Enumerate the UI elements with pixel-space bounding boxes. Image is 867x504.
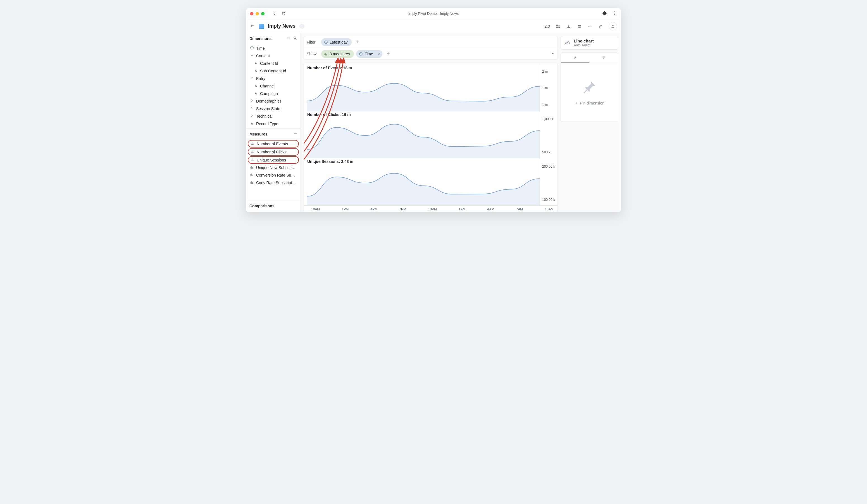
- dimension-label: Demographics: [256, 99, 281, 103]
- measure-label: Unique Sessions: [257, 158, 286, 162]
- measure-icon: [250, 141, 255, 146]
- dimensions-label: Dimensions: [249, 36, 271, 41]
- dimension-item[interactable]: Record Type: [248, 120, 299, 127]
- measure-item[interactable]: Number of Clicks: [248, 149, 298, 155]
- chart-row[interactable]: Unique Sessions: 2.48 m: [307, 159, 540, 205]
- app-back-icon[interactable]: [250, 23, 255, 29]
- measure-item[interactable]: Conversion Rate Subs…: [248, 171, 299, 179]
- pin-tab-pins[interactable]: [561, 53, 589, 63]
- chev-down-icon: [250, 53, 254, 58]
- show-row: Show 3 measures Time ✕ +: [304, 48, 557, 60]
- dimension-label: Technical: [256, 114, 272, 118]
- user-avatar[interactable]: [609, 22, 617, 31]
- pin-add-label: Pin dimension: [580, 101, 604, 105]
- dimension-item[interactable]: Campaign: [248, 90, 299, 97]
- dimension-item[interactable]: Session State: [248, 105, 299, 112]
- traffic-lights: [250, 12, 265, 15]
- measure-item[interactable]: Number of Events: [248, 140, 298, 147]
- svg-point-18: [295, 133, 296, 134]
- measure-icon: [250, 165, 254, 170]
- clock-icon: [324, 40, 328, 44]
- x-tick: 4PM: [371, 207, 377, 211]
- measure-item[interactable]: Conv Rate Subscriptio…: [248, 179, 299, 186]
- dimensions-header: Dimensions: [246, 33, 301, 43]
- dimension-item[interactable]: Channel: [248, 82, 299, 90]
- window-minimize-icon[interactable]: [256, 12, 259, 15]
- chart-title: Unique Sessions: 2.48 m: [307, 159, 353, 164]
- chart-row[interactable]: Number of Events: 18 m: [307, 65, 540, 112]
- x-tick: 1PM: [342, 207, 349, 211]
- filter-row: Filter Latest day +: [304, 36, 557, 48]
- show-split-chip[interactable]: Time ✕: [356, 50, 382, 58]
- y-axis-column: 2 m1 m1 m1,000 k500 k200.00 k100.00 k: [540, 63, 557, 205]
- dimension-item[interactable]: Time: [248, 44, 299, 52]
- measure-label: Number of Events: [257, 142, 288, 146]
- view-toggle-icon[interactable]: [577, 24, 582, 29]
- browser-reload-icon[interactable]: [281, 11, 286, 16]
- dimension-label: Entry: [256, 76, 265, 81]
- add-filter-icon[interactable]: +: [354, 38, 362, 46]
- A-icon: [254, 84, 258, 88]
- y-tick: 500 k: [542, 150, 550, 154]
- measure-icon: [250, 158, 255, 162]
- measure-icon: [250, 180, 254, 185]
- dimension-item[interactable]: Content Id: [248, 60, 299, 67]
- dimensions-list: Time Content Content Id Sub Content Id E…: [246, 43, 301, 129]
- y-tick: 100.00 k: [542, 198, 555, 202]
- window-maximize-icon[interactable]: [261, 12, 265, 15]
- main-area: Filter Latest day + Show 3 measures: [301, 33, 621, 212]
- info-icon[interactable]: i: [299, 24, 304, 29]
- more-icon[interactable]: [587, 24, 592, 29]
- line-chart-icon: [564, 40, 571, 46]
- collapse-controls-icon[interactable]: [551, 51, 555, 56]
- right-column: Line chart Auto select: [560, 36, 618, 209]
- measure-icon: [324, 52, 328, 56]
- svg-rect-3: [556, 24, 558, 26]
- browser-back-icon[interactable]: [272, 11, 277, 16]
- pin-icon: [573, 56, 577, 60]
- area-chart: [307, 112, 540, 158]
- measure-icon: [250, 173, 254, 178]
- extensions-icon[interactable]: [602, 11, 607, 16]
- svg-rect-4: [556, 26, 558, 28]
- window-close-icon[interactable]: [250, 12, 253, 15]
- show-measures-chip[interactable]: 3 measures: [321, 50, 354, 58]
- sidebar: Dimensions Time Content Content Id: [246, 33, 301, 212]
- edit-icon[interactable]: [598, 24, 603, 29]
- pin-tab-other[interactable]: [589, 53, 618, 63]
- dimension-label: Content: [256, 54, 270, 58]
- add-split-icon[interactable]: +: [385, 50, 392, 58]
- browser-menu-icon[interactable]: [612, 11, 617, 16]
- pin-add-dimension[interactable]: ＋ Pin dimension: [574, 100, 604, 106]
- dimension-item[interactable]: Technical: [248, 112, 299, 120]
- dimensions-search-icon[interactable]: [293, 36, 297, 41]
- remove-split-icon[interactable]: ✕: [378, 52, 381, 56]
- download-icon[interactable]: [566, 24, 571, 29]
- dimension-item[interactable]: Demographics: [248, 97, 299, 105]
- filter-chip-time[interactable]: Latest day: [321, 38, 352, 46]
- dimension-item[interactable]: Sub Content Id: [248, 67, 299, 75]
- dimension-item[interactable]: Content: [248, 52, 299, 60]
- measure-item[interactable]: Unique Sessions: [248, 157, 298, 163]
- chart-row[interactable]: Number of Clicks: 16 m: [307, 112, 540, 158]
- y-tick: 1 m: [542, 86, 548, 90]
- svg-point-15: [294, 36, 296, 39]
- controls-card: Filter Latest day + Show 3 measures: [303, 36, 558, 60]
- svg-point-19: [296, 133, 296, 134]
- chart-type-selector[interactable]: Line chart Auto select: [560, 36, 618, 50]
- svg-point-8: [589, 26, 589, 26]
- filter-chip-label: Latest day: [330, 40, 348, 44]
- app-window: Imply Pivot Demo - Imply News Imply News…: [246, 8, 621, 212]
- pin-empty-icon: [581, 79, 597, 96]
- comparisons-header[interactable]: Comparisons: [246, 200, 301, 212]
- measure-item[interactable]: Unique New Subscript…: [248, 164, 299, 171]
- dimensions-more-icon[interactable]: [287, 36, 290, 41]
- area-chart: [307, 65, 540, 111]
- browser-page-title: Imply Pivot Demo - Imply News: [246, 11, 621, 15]
- y-tick: 1 m: [542, 103, 548, 107]
- filter-label: Filter: [307, 40, 319, 44]
- clock-icon: [359, 52, 363, 56]
- add-panel-icon[interactable]: [556, 24, 560, 29]
- dimension-item[interactable]: Entry: [248, 75, 299, 82]
- measures-more-icon[interactable]: [293, 131, 297, 136]
